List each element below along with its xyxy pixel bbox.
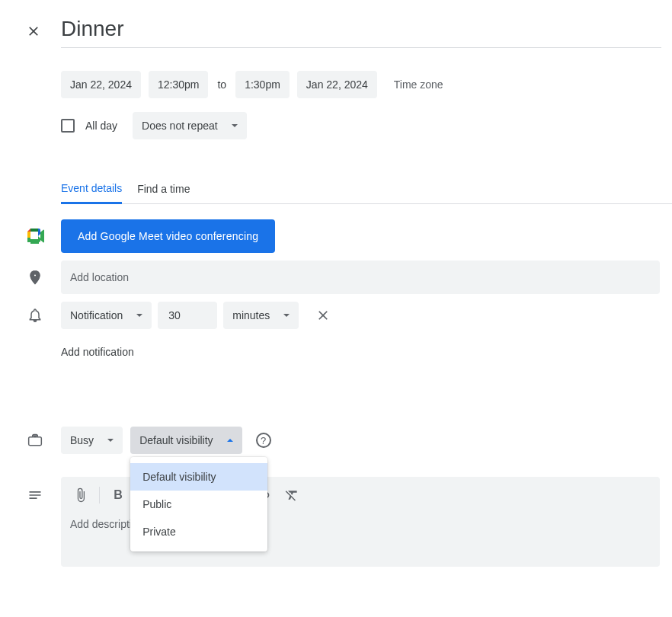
chevron-down-icon <box>136 314 142 317</box>
description-icon <box>27 488 43 503</box>
chevron-down-icon <box>232 124 238 127</box>
close-icon[interactable] <box>24 22 43 40</box>
recurrence-select[interactable]: Does not repeat <box>133 112 247 139</box>
availability-label: Busy <box>70 434 94 446</box>
add-meet-button[interactable]: Add Google Meet video conferencing <box>61 219 275 253</box>
visibility-option-public[interactable]: Public <box>130 491 267 518</box>
event-title-input[interactable] <box>61 14 661 48</box>
visibility-select[interactable]: Default visibility <box>130 427 242 454</box>
notification-value-input[interactable]: 30 <box>158 302 217 329</box>
start-time-chip[interactable]: 12:30pm <box>149 71 208 98</box>
availability-select[interactable]: Busy <box>61 427 123 454</box>
notification-unit-label: minutes <box>232 309 270 321</box>
tab-find-a-time[interactable]: Find a time <box>137 183 190 204</box>
svg-rect-2 <box>30 239 39 244</box>
attach-button[interactable] <box>67 481 94 509</box>
location-placeholder: Add location <box>70 271 129 283</box>
visibility-option-private[interactable]: Private <box>130 518 267 545</box>
svg-point-4 <box>34 274 37 277</box>
tab-event-details[interactable]: Event details <box>61 182 122 204</box>
notification-unit-select[interactable]: minutes <box>223 302 299 329</box>
visibility-label: Default visibility <box>139 434 213 446</box>
end-date-chip[interactable]: Jan 22, 2024 <box>297 71 377 98</box>
all-day-label: All day <box>85 120 117 132</box>
clear-format-button[interactable] <box>278 481 306 509</box>
remove-notification-button[interactable] <box>314 306 332 324</box>
chevron-up-icon <box>227 439 233 442</box>
chevron-down-icon <box>283 314 290 317</box>
bold-button[interactable]: B <box>104 481 132 509</box>
svg-rect-0 <box>27 232 30 238</box>
svg-rect-1 <box>27 238 30 242</box>
bell-icon <box>27 308 43 323</box>
add-notification-button[interactable]: Add notification <box>61 346 672 358</box>
visibility-dropdown: Default visibility Public Private <box>130 457 267 551</box>
location-icon <box>27 270 43 285</box>
all-day-checkbox[interactable] <box>61 119 75 133</box>
google-meet-icon <box>27 229 44 244</box>
visibility-option-default[interactable]: Default visibility <box>130 463 267 491</box>
svg-rect-3 <box>30 229 38 232</box>
recurrence-label: Does not repeat <box>142 120 218 132</box>
to-label: to <box>216 78 228 91</box>
help-icon[interactable]: ? <box>256 433 271 448</box>
timezone-link[interactable]: Time zone <box>394 78 443 91</box>
notification-type-label: Notification <box>70 309 123 321</box>
briefcase-icon <box>27 433 43 448</box>
start-date-chip[interactable]: Jan 22, 2024 <box>61 71 141 98</box>
end-time-chip[interactable]: 1:30pm <box>235 71 290 98</box>
separator <box>99 487 100 504</box>
chevron-down-icon <box>107 439 114 442</box>
location-input[interactable]: Add location <box>61 261 660 294</box>
notification-type-select[interactable]: Notification <box>61 302 152 329</box>
